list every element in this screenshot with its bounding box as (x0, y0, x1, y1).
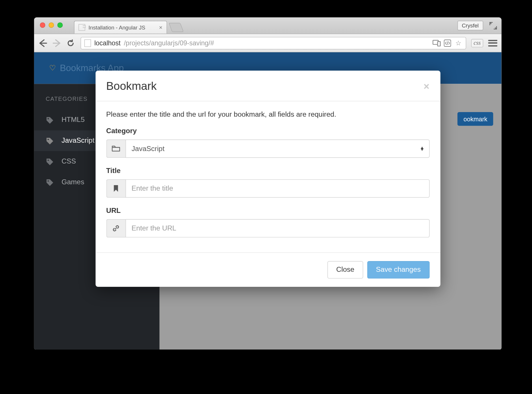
tab-strip: Installation - Angular JS × Crysfel (34, 17, 502, 34)
bookmark-star-icon[interactable]: ☆ (454, 39, 462, 47)
back-button[interactable] (38, 38, 47, 48)
minimize-window-button[interactable] (49, 23, 54, 28)
url-host: localhost (94, 39, 121, 47)
fullscreen-icon[interactable] (489, 22, 497, 30)
modal-footer: Close Save changes (95, 252, 440, 287)
svg-point-3 (48, 118, 49, 119)
modal-title: Bookmark (106, 80, 157, 93)
close-button[interactable]: Close (328, 261, 363, 278)
sidebar-item-label: JavaScript (62, 137, 95, 145)
source-icon[interactable] (443, 39, 452, 47)
category-label: Category (106, 127, 429, 135)
svg-point-4 (48, 139, 49, 140)
bookmark-icon (106, 179, 125, 198)
address-bar[interactable]: localhost/projects/angularjs/09-saving/#… (81, 37, 466, 49)
tag-icon (46, 179, 54, 187)
url-input[interactable] (125, 219, 429, 237)
reload-button[interactable] (66, 39, 76, 47)
sidebar-item-label: Games (62, 178, 84, 186)
menu-button[interactable] (488, 40, 497, 46)
svg-point-5 (48, 160, 49, 161)
folder-icon (106, 140, 125, 158)
zoom-window-button[interactable] (57, 23, 63, 28)
modal-body: Please enter the title and the url for y… (95, 101, 440, 252)
close-window-button[interactable] (40, 23, 45, 28)
devices-icon[interactable] (433, 39, 441, 47)
title-label: Title (106, 167, 429, 175)
tag-icon (46, 116, 54, 124)
file-icon (79, 24, 85, 31)
window-controls (40, 23, 63, 28)
modal-header: Bookmark × (95, 70, 440, 101)
svg-point-6 (48, 180, 49, 181)
link-icon (106, 219, 125, 237)
svg-rect-1 (437, 41, 440, 46)
profile-button[interactable]: Crysfel (457, 21, 483, 30)
tag-icon (46, 158, 54, 166)
heart-icon: ♡ (49, 64, 56, 73)
sidebar-item-label: HTML5 (62, 116, 85, 124)
browser-window: Installation - Angular JS × Crysfel loca… (34, 17, 502, 350)
title-input[interactable] (125, 179, 429, 198)
close-tab-icon[interactable]: × (159, 24, 162, 31)
category-select[interactable]: JavaScript (125, 140, 429, 158)
omnibox-icons: ☆ (433, 39, 462, 47)
css-extension-button[interactable]: css (471, 39, 483, 47)
add-bookmark-button[interactable]: ookmark (458, 112, 493, 126)
modal-intro: Please enter the title and the url for y… (106, 110, 429, 119)
tag-icon (46, 137, 54, 145)
save-button[interactable]: Save changes (367, 261, 429, 278)
forward-button[interactable] (52, 38, 62, 48)
sidebar-item-label: CSS (62, 157, 76, 166)
url-toolbar: localhost/projects/angularjs/09-saving/#… (34, 34, 502, 52)
url-path: /projects/angularjs/09-saving/# (124, 39, 214, 47)
page-viewport: ♡ Bookmarks App CATEGORIES HTML5JavaScri… (34, 52, 502, 350)
tab-title: Installation - Angular JS (88, 24, 145, 31)
page-icon (84, 39, 91, 47)
bookmark-modal: Bookmark × Please enter the title and th… (95, 70, 440, 287)
browser-tab[interactable]: Installation - Angular JS × (74, 21, 167, 34)
close-icon[interactable]: × (424, 80, 429, 92)
url-label: URL (106, 207, 429, 215)
new-tab-button[interactable] (169, 23, 184, 32)
